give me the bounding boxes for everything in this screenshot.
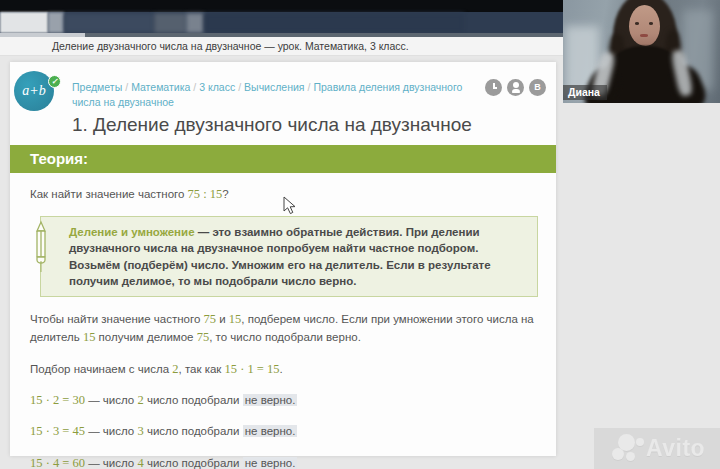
text-segment: не верно. — [243, 457, 298, 469]
text-segment: и — [216, 313, 229, 325]
vk-share-icon[interactable]: B — [529, 79, 546, 96]
rule-info-box: Деление и умножение — это взаимно обратн… — [40, 216, 538, 297]
breadcrumb-item-calculations[interactable]: Вычисления — [244, 81, 304, 93]
math-expression: 15 — [83, 330, 96, 344]
breadcrumb: Предметы/Математика/3 класс/Вычисления/П… — [72, 74, 477, 110]
blurred-tab-1[interactable] — [0, 12, 48, 33]
step-line-3: 15 · 4 = 60 — число 4 число подобрали не… — [30, 455, 538, 469]
lesson-header: a+b ✓ Предметы/Математика/3 класс/Вычисл… — [10, 62, 556, 145]
video-call-window[interactable]: Диана — [563, 0, 720, 103]
checkmark-badge-icon: ✓ — [48, 75, 61, 88]
paragraph-find-quotient: Чтобы найти значение частного 75 и 15, п… — [30, 310, 538, 346]
watermark-panel: Avito — [594, 428, 720, 469]
browser-top-strip — [0, 0, 563, 12]
text-segment: — число — [85, 425, 138, 437]
text-segment: не верно. — [243, 394, 298, 406]
participant-eye-right — [649, 22, 653, 25]
blurred-tab-4[interactable] — [154, 13, 186, 33]
odnoklassniki-share-icon[interactable] — [507, 79, 524, 96]
text-segment: Как найти значение частного — [30, 188, 188, 200]
participant-eye-left — [635, 22, 639, 25]
text-segment: , то число подобрали верно. — [209, 331, 361, 343]
browser-chrome: Деление двузначного числа на двузначное … — [0, 0, 563, 56]
text-segment: , так как — [179, 363, 225, 375]
breadcrumb-item-math[interactable]: Математика — [131, 81, 190, 93]
text-segment: — число — [85, 457, 138, 469]
avito-logo-icon — [612, 432, 646, 464]
avito-watermark: Avito — [612, 432, 705, 464]
breadcrumb-separator: / — [235, 81, 244, 93]
blurred-tab-6[interactable] — [204, 13, 464, 33]
text-segment: не верно. — [243, 425, 298, 437]
text-segment: Деление и умножение — [69, 226, 195, 238]
text-segment: ? — [222, 188, 228, 200]
lesson-title: 1. Деление двузначного числа на двузначн… — [72, 114, 542, 136]
text-segment: . — [280, 363, 283, 375]
breadcrumb-item-grade3[interactable]: 3 класс — [199, 81, 235, 93]
math-expression: 15 — [229, 312, 242, 326]
share-icons-group: B — [485, 79, 546, 96]
paragraph-start-selection: Подбор начинаем с числа 2, так как 15 · … — [30, 360, 538, 378]
text-segment: число подобрали — [144, 425, 243, 437]
math-expression: 75 — [204, 312, 217, 326]
participant-mouth — [640, 34, 648, 37]
participant-name-tag: Диана — [563, 85, 607, 100]
theory-content: Как найти значение частного 75 : 15? Дел… — [10, 173, 556, 469]
text-segment: число подобрали — [144, 457, 243, 469]
math-expression: 15 · 2 = 30 — [30, 393, 85, 407]
text-segment: получим делимое — [95, 331, 196, 343]
blurred-tab-3[interactable] — [64, 13, 154, 33]
page-title-bar: Деление двузначного числа на двузначное … — [0, 37, 563, 56]
pencil-icon — [32, 219, 50, 273]
theory-section-header: Теория: — [10, 145, 556, 173]
math-expression: 15 · 4 = 60 — [30, 456, 85, 469]
blurred-tab-2[interactable] — [48, 12, 64, 33]
text-segment: — число — [85, 394, 138, 406]
breadcrumb-separator: / — [122, 81, 131, 93]
math-expression: 15 · 3 = 45 — [30, 424, 85, 438]
aplusb-logo[interactable]: a+b ✓ — [14, 71, 54, 111]
step-line-1: 15 · 2 = 30 — число 2 число подобрали не… — [30, 392, 538, 410]
breadcrumb-separator: / — [190, 81, 199, 93]
avito-brand-text: Avito — [646, 435, 705, 462]
participant-face — [629, 5, 660, 46]
math-expression: 75 — [197, 330, 210, 344]
blurred-tab-5[interactable] — [186, 13, 204, 33]
breadcrumb-item-subjects[interactable]: Предметы — [72, 81, 122, 93]
text-segment: Подбор начинаем с числа — [30, 363, 172, 375]
browser-tab-bar — [0, 12, 563, 33]
clock-share-icon[interactable] — [485, 79, 502, 96]
text-segment: Чтобы найти значение частного — [30, 313, 204, 325]
logo-text: a+b — [22, 83, 45, 99]
math-expression: 75 : 15 — [188, 187, 223, 201]
text-segment: число подобрали — [144, 394, 243, 406]
step-line-2: 15 · 3 = 45 — число 3 число подобрали не… — [30, 423, 538, 441]
math-expression: 15 · 1 = 15 — [225, 362, 280, 376]
lesson-card: a+b ✓ Предметы/Математика/3 класс/Вычисл… — [10, 62, 556, 456]
question-line: Как найти значение частного 75 : 15? — [30, 187, 538, 202]
active-tab-title: Деление двузначного числа на двузначное … — [52, 40, 409, 52]
